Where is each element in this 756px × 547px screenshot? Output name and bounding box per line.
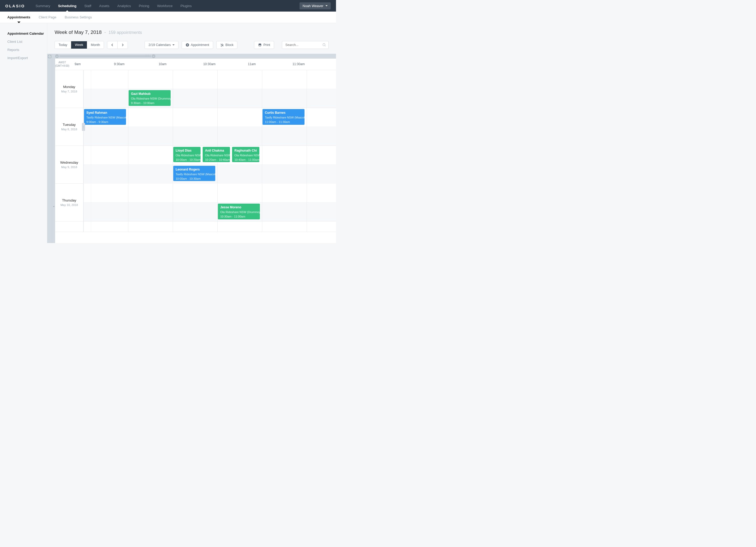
event-name: Raghunath Chi	[234, 149, 257, 153]
event-name: Anil Chakma	[205, 149, 228, 153]
timezone-label: AWST (GMT+8:00)	[55, 59, 69, 70]
today-button[interactable]: Today	[55, 41, 71, 49]
event-location: Taxify Rideshare NSW (Mascot)	[176, 172, 213, 176]
calendar-event[interactable]: Anil Chakma Ola Rideshare NSW 10:20am - …	[203, 147, 230, 162]
day-date: May 10, 2018	[60, 203, 78, 206]
event-time: 10:20am - 10:40am	[205, 158, 228, 162]
day-date: May 8, 2018	[61, 128, 77, 131]
event-location: Ola Rideshare NSW (Drummoyne)	[220, 210, 258, 214]
event-name: Curtis Barnes	[265, 111, 302, 115]
caret-down-icon	[172, 44, 175, 45]
calendar-event[interactable]: Raghunath Chi Ola Rideshare NSW 10:40am …	[232, 147, 259, 162]
separator: -	[104, 29, 106, 35]
appointment-count: 159 appointments	[109, 30, 142, 35]
day-row-wednesday: Wednesday May 9, 2018	[55, 146, 336, 184]
event-location: Ola Rideshare NSW	[176, 153, 198, 157]
subnav-appointments[interactable]: Appointments	[7, 12, 30, 23]
nav-workforce[interactable]: Workforce	[157, 0, 173, 12]
brand-logo: OLASIO	[5, 4, 25, 8]
time-col: 11:30am	[292, 59, 336, 70]
svg-rect-3	[259, 45, 261, 46]
nav-analytics[interactable]: Analytics	[117, 0, 131, 12]
subnav-client-page[interactable]: Client Page	[39, 12, 56, 23]
event-time: 10:00am - 10:30am	[176, 177, 213, 181]
sidebar-import-export[interactable]: Import/Export	[7, 54, 47, 62]
event-time: 10:40am - 11:00am	[234, 158, 257, 162]
time-col: 10:30am	[203, 59, 248, 70]
calendar-event[interactable]: Curtis Barnes Taxify Rideshare NSW (Masc…	[263, 109, 305, 125]
event-location: Ola Rideshare NSW	[234, 153, 257, 157]
time-header: AWST (GMT+8:00) 9am 9:30am 10am 10:30am …	[55, 59, 336, 70]
svg-point-5	[49, 56, 50, 57]
event-location: Ola Rideshare NSW	[205, 153, 228, 157]
sidebar-appointment-calendar[interactable]: Appointment Calendar	[7, 29, 47, 38]
event-location: Taxify Rideshare NSW (Mascot)	[86, 116, 124, 119]
user-menu[interactable]: Noah Weaver	[300, 2, 331, 9]
vertical-scrollbar[interactable]	[52, 54, 55, 243]
nav-summary[interactable]: Summary	[36, 0, 50, 12]
scroll-down-icon[interactable]	[53, 205, 55, 208]
day-name: Wednesday	[60, 160, 78, 164]
day-row-tuesday: Tuesday May 8, 2018	[55, 108, 336, 146]
week-button[interactable]: Week	[71, 41, 87, 49]
nav-assets[interactable]: Assets	[99, 0, 109, 12]
nav-plugins[interactable]: Plugins	[181, 0, 192, 12]
calendar: ‹› ‹› AWST (GMT+8:00) 9am 9:30am 10am 10…	[47, 54, 336, 243]
calendar-event[interactable]: Jesse Moreno Ola Rideshare NSW (Drummoyn…	[218, 203, 260, 219]
appointment-label: Appointment	[191, 43, 209, 47]
search-box	[282, 41, 329, 49]
calendar-event[interactable]: Leonard Rogers Taxify Rideshare NSW (Mas…	[173, 166, 215, 181]
calendar-event[interactable]: Syed Rahman Taxify Rideshare NSW (Mascot…	[84, 109, 126, 125]
calendar-event[interactable]: Gazi Mahbub Ola Rideshare NSW (Drummoyne…	[129, 90, 171, 106]
nav-staff[interactable]: Staff	[84, 0, 91, 12]
event-location: Taxify Rideshare NSW (Mascot)	[265, 116, 302, 119]
day-name: Tuesday	[63, 123, 76, 127]
sidebar-reports[interactable]: Reports	[7, 46, 47, 54]
subnav-business-settings[interactable]: Business Settings	[65, 12, 92, 23]
event-location: Ola Rideshare NSW (Drummoyne)	[131, 97, 168, 101]
next-button[interactable]	[118, 41, 128, 49]
plus-circle-icon	[186, 43, 189, 47]
ruler-thumb[interactable]	[59, 55, 151, 57]
sidebar: Appointment Calendar Client List Reports…	[0, 23, 47, 243]
topnav-items: Summary Scheduling Staff Assets Analytic…	[36, 0, 300, 12]
svg-rect-1	[259, 44, 261, 44]
print-button[interactable]: Print	[254, 41, 274, 49]
event-name: Jesse Moreno	[220, 205, 258, 210]
row-expand-handle[interactable]: ⋮	[82, 123, 85, 131]
calendar-event[interactable]: Lloyd Dias Ola Rideshare NSW 10:00am - 1…	[173, 147, 201, 162]
time-col: 11am	[248, 59, 292, 70]
add-block-button[interactable]: Block	[216, 41, 238, 49]
day-row-partial	[55, 221, 336, 232]
calendars-dropdown[interactable]: 2/19 Calendars	[145, 41, 179, 49]
block-label: Block	[225, 43, 234, 47]
page-title: Week of May 7, 2018	[55, 29, 102, 35]
day-date: May 9, 2018	[61, 165, 77, 169]
nav-arrows-group	[107, 41, 128, 49]
event-name: Leonard Rogers	[176, 168, 213, 172]
chevron-right-icon	[121, 43, 124, 47]
top-nav: OLASIO Summary Scheduling Staff Assets A…	[0, 0, 336, 12]
event-name: Gazi Mahbub	[131, 92, 168, 96]
add-appointment-button[interactable]: Appointment	[182, 41, 213, 49]
day-name: Monday	[63, 85, 75, 89]
ruler-left-handle[interactable]: ‹›	[55, 54, 59, 58]
nav-pricing[interactable]: Pricing	[139, 0, 149, 12]
nav-scheduling[interactable]: Scheduling	[58, 0, 76, 12]
calendars-label: 2/19 Calendars	[149, 43, 171, 47]
chevron-left-icon	[111, 43, 114, 47]
day-row-monday: Monday May 7, 2018	[55, 70, 336, 108]
sidebar-client-list[interactable]: Client List	[7, 38, 47, 46]
day-name: Thursday	[62, 198, 76, 202]
zoom-icon[interactable]	[48, 55, 51, 58]
ruler-right-handle[interactable]: ‹›	[152, 54, 155, 58]
event-time: 9:30am - 10:00am	[131, 101, 168, 105]
caret-down-icon	[325, 5, 328, 6]
prev-button[interactable]	[107, 41, 118, 49]
block-icon	[220, 43, 224, 47]
month-button[interactable]: Month	[87, 41, 104, 49]
event-time: 10:30am - 11:00am	[220, 215, 258, 218]
view-range-group: Today Week Month	[55, 41, 104, 49]
search-input[interactable]	[282, 41, 329, 49]
calendar-grid: Monday May 7, 2018	[55, 70, 336, 243]
